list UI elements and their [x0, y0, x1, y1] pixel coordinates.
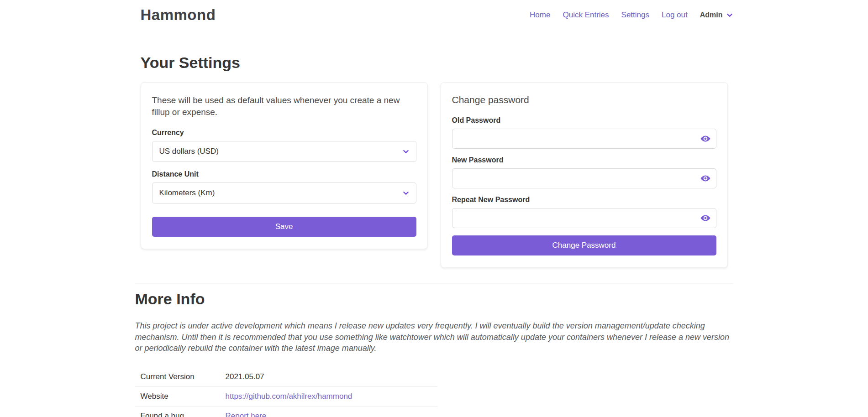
old-password-input[interactable]	[452, 129, 716, 149]
new-password-input[interactable]	[452, 168, 716, 188]
chevron-down-icon	[402, 148, 410, 155]
more-info-section: More Info This project is under active d…	[135, 290, 733, 417]
admin-menu-label: Admin	[700, 11, 723, 19]
change-password-card: Change password Old Password New Passwor…	[441, 82, 728, 268]
website-link[interactable]: https://github.com/akhilrex/hammond	[226, 392, 352, 401]
more-info-title: More Info	[135, 290, 733, 308]
info-label: Found a bug	[135, 406, 220, 417]
currency-select[interactable]: US dollars (USD)	[152, 141, 416, 162]
table-row: Found a bug Report here	[135, 406, 437, 417]
development-note: This project is under active development…	[135, 320, 733, 354]
currency-label: Currency	[152, 129, 416, 137]
info-value: 2021.05.07	[220, 367, 437, 387]
save-button[interactable]: Save	[152, 217, 416, 237]
repeat-password-input[interactable]	[452, 208, 716, 228]
currency-selected-value: US dollars (USD)	[159, 147, 219, 156]
defaults-description: These will be used as default values whe…	[152, 94, 416, 118]
distance-unit-select[interactable]: Kilometers (Km)	[152, 182, 416, 203]
nav-item-quick-entries[interactable]: Quick Entries	[563, 10, 609, 20]
main-content: Your Settings These will be used as defa…	[135, 54, 733, 417]
chevron-down-icon	[402, 189, 410, 197]
brand-logo[interactable]: Hammond	[135, 6, 216, 24]
page-title: Your Settings	[141, 54, 728, 72]
repeat-password-label: Repeat New Password	[452, 196, 716, 204]
nav-item-settings[interactable]: Settings	[621, 10, 649, 20]
eye-icon[interactable]	[700, 213, 711, 224]
info-table: Current Version 2021.05.07 Website https…	[135, 367, 437, 417]
table-row: Website https://github.com/akhilrex/hamm…	[135, 386, 437, 406]
admin-menu[interactable]: Admin	[700, 11, 733, 19]
chevron-down-icon	[726, 11, 733, 19]
eye-icon[interactable]	[700, 173, 711, 184]
defaults-card: These will be used as default values whe…	[141, 82, 428, 249]
site-header: Hammond Home Quick Entries Settings Log …	[0, 0, 868, 29]
section-divider	[135, 283, 733, 284]
change-password-button[interactable]: Change Password	[452, 235, 716, 255]
distance-unit-label: Distance Unit	[152, 170, 416, 178]
nav-item-home[interactable]: Home	[530, 10, 550, 20]
report-bug-link[interactable]: Report here	[226, 412, 267, 417]
change-password-title: Change password	[452, 94, 716, 105]
distance-unit-selected-value: Kilometers (Km)	[159, 188, 215, 198]
info-label: Website	[135, 386, 220, 406]
nav-item-logout[interactable]: Log out	[662, 10, 688, 20]
old-password-label: Old Password	[452, 116, 716, 125]
eye-icon[interactable]	[700, 133, 711, 144]
info-label: Current Version	[135, 367, 220, 387]
table-row: Current Version 2021.05.07	[135, 367, 437, 387]
top-nav: Home Quick Entries Settings Log out Admi…	[530, 10, 733, 20]
new-password-label: New Password	[452, 156, 716, 164]
